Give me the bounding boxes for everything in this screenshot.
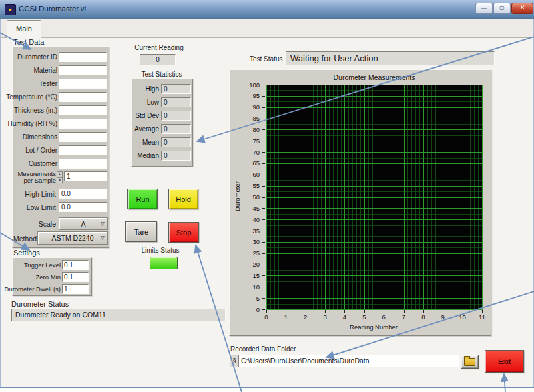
x-tick-label: 5 — [358, 313, 371, 321]
y-tick-label: 50 — [238, 193, 260, 201]
durometer-status-label: Durometer Status — [11, 300, 69, 308]
high-limit-input[interactable]: 0.0 — [59, 189, 107, 199]
setting-label: Trigger Level — [13, 261, 61, 269]
durometer-status-value: Durometer Ready on COM11 — [11, 309, 226, 321]
y-tick-mark — [262, 197, 265, 198]
field-label: Durometer ID — [13, 53, 57, 61]
run-button[interactable]: Run — [127, 189, 158, 209]
field-input[interactable] — [59, 52, 107, 62]
x-tick-mark — [404, 310, 405, 313]
spinner-down-icon[interactable]: ▼ — [57, 177, 63, 183]
setting-input[interactable]: 0.1 — [62, 272, 89, 282]
setting-label: Durometer Dwell (s) — [13, 285, 61, 293]
stat-label: Average — [134, 125, 159, 133]
y-tick-mark — [262, 309, 265, 310]
field-input[interactable] — [59, 145, 107, 155]
current-reading-label: Current Reading — [131, 44, 187, 51]
field-input[interactable] — [59, 105, 107, 115]
field-label: Thickness (in.) — [13, 107, 57, 114]
low-limit-input[interactable]: 0.0 — [59, 202, 107, 212]
method-dropdown[interactable]: ASTM D2240 ▽ — [37, 231, 108, 245]
y-tick-mark — [262, 242, 265, 243]
browse-folder-button[interactable] — [461, 355, 479, 369]
y-tick-mark — [262, 275, 265, 276]
y-tick-mark — [262, 175, 265, 175]
x-tick-mark — [286, 310, 286, 313]
x-tick-mark — [266, 310, 267, 313]
tab-main[interactable]: Main — [7, 20, 41, 38]
y-tick-label: 25 — [238, 249, 260, 257]
y-tick-mark — [262, 129, 265, 130]
window-border-bottom — [0, 387, 534, 388]
field-input[interactable] — [59, 79, 107, 89]
y-tick-label: 80 — [238, 126, 260, 133]
field-input[interactable] — [59, 92, 107, 102]
stat-value: 0 — [161, 111, 191, 121]
labview-app-icon: ▸ — [5, 4, 16, 15]
y-tick-mark — [262, 119, 265, 119]
recorded-data-folder-label: Recorded Data Folder — [230, 345, 296, 353]
scale-dropdown[interactable]: A ▽ — [59, 217, 108, 230]
high-limit-label: High Limit — [13, 190, 56, 198]
tare-button[interactable]: Tare — [125, 221, 157, 242]
x-tick-mark — [443, 310, 443, 313]
y-tick-mark — [262, 253, 265, 254]
field-input[interactable] — [59, 132, 107, 142]
title-bar[interactable]: ▸ CCSi Duromaster.vi — ▢ ✕ — [0, 0, 534, 19]
setting-row: Durometer Dwell (s)1 — [13, 283, 90, 295]
y-tick-mark — [262, 219, 265, 220]
dropdown-arrow-icon: ▽ — [101, 235, 105, 241]
exit-button[interactable]: Exit — [485, 350, 524, 373]
field-input[interactable] — [59, 65, 107, 75]
x-tick-label: 10 — [456, 313, 469, 321]
y-tick-mark — [262, 152, 265, 153]
x-tick-mark — [344, 310, 345, 313]
setting-input[interactable]: 1 — [62, 284, 89, 294]
scale-label: Scale — [13, 220, 56, 228]
x-axis-label: Reading Number — [334, 323, 414, 331]
measurements-per-sample-label: Mesurements per Sample — [13, 171, 56, 184]
y-tick-label: 40 — [238, 216, 260, 223]
y-tick-mark — [262, 287, 265, 287]
hold-button[interactable]: Hold — [168, 189, 198, 209]
x-tick-label: 2 — [299, 313, 312, 321]
maximize-button[interactable]: ▢ — [493, 3, 511, 14]
minimize-button[interactable]: — — [475, 3, 493, 14]
test-statistics-rows: High0Low0Std Dev0Average0Mean0Median0 — [134, 82, 191, 162]
x-tick-label: 8 — [417, 313, 430, 321]
y-tick-mark — [262, 163, 265, 164]
durometer-chart: Durometer Measurements Durometer Reading… — [229, 69, 491, 336]
field-input[interactable] — [59, 119, 107, 129]
setting-input[interactable]: 0.1 — [62, 260, 89, 270]
field-label: Customer — [13, 160, 57, 167]
stop-button[interactable]: Stop — [168, 222, 199, 243]
y-tick-label: 100 — [238, 81, 260, 89]
field-label: Humidity (RH %) — [13, 120, 57, 127]
close-button[interactable]: ✕ — [511, 3, 533, 14]
y-tick-label: 55 — [238, 182, 260, 189]
measurements-per-sample-input[interactable]: 1 — [64, 171, 107, 181]
spinner-up-icon[interactable]: ▲ — [57, 171, 63, 177]
chart-title: Durometer Measurements — [266, 73, 482, 81]
y-tick-label: 70 — [238, 149, 260, 156]
x-tick-label: 0 — [260, 313, 273, 321]
measurements-spinner[interactable]: ▲ ▼ — [57, 171, 63, 181]
y-tick-mark — [262, 186, 265, 187]
field-input[interactable] — [59, 159, 107, 169]
tab-strip — [1, 19, 533, 37]
test-status-value: Waiting for User Action — [286, 51, 495, 65]
y-tick-mark — [262, 141, 265, 141]
y-tick-label: 30 — [238, 238, 260, 245]
field-row: Durometer ID — [13, 50, 107, 63]
test-statistics-section-label: Test Statistics — [132, 71, 191, 78]
limits-status-led — [150, 257, 178, 269]
path-type-icon: § — [230, 355, 239, 367]
chart-plot-area[interactable] — [266, 85, 483, 310]
y-tick-label: 85 — [238, 115, 260, 122]
stat-value: 0 — [161, 84, 191, 94]
recorded-data-folder-input[interactable]: C:\Users\DuroUser\Documents\DuroData — [238, 355, 459, 367]
stat-label: Low — [134, 99, 159, 106]
x-tick-mark — [463, 310, 463, 313]
window-title: CCSi Duromaster.vi — [19, 5, 86, 13]
field-row: Thickness (in.) — [13, 103, 107, 117]
